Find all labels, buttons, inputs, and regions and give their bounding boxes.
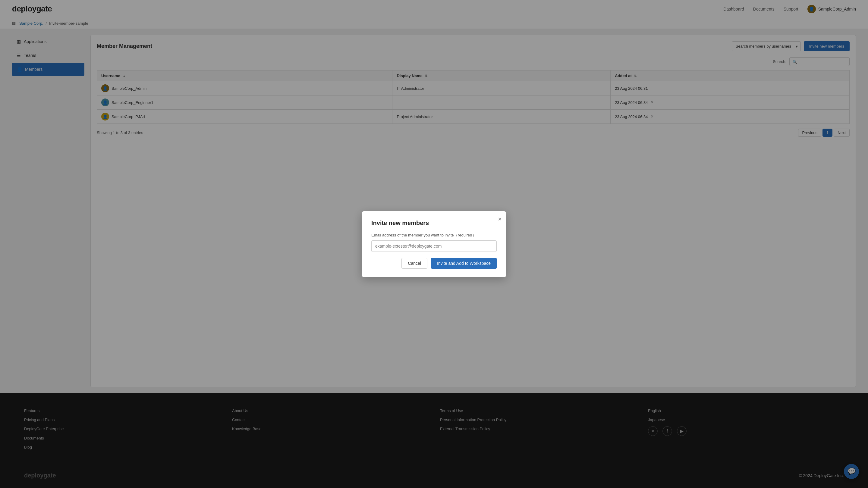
modal-overlay[interactable]: Invite new members × Email address of th…: [0, 0, 868, 488]
email-input[interactable]: [371, 240, 497, 252]
invite-workspace-button[interactable]: Invite and Add to Workspace: [431, 258, 497, 269]
modal-actions: Cancel Invite and Add to Workspace: [371, 258, 497, 269]
cancel-button[interactable]: Cancel: [401, 258, 427, 269]
invite-modal: Invite new members × Email address of th…: [362, 211, 506, 277]
modal-email-label: Email address of the member you want to …: [371, 233, 497, 238]
modal-title: Invite new members: [371, 220, 497, 227]
modal-close-button[interactable]: ×: [498, 216, 501, 222]
